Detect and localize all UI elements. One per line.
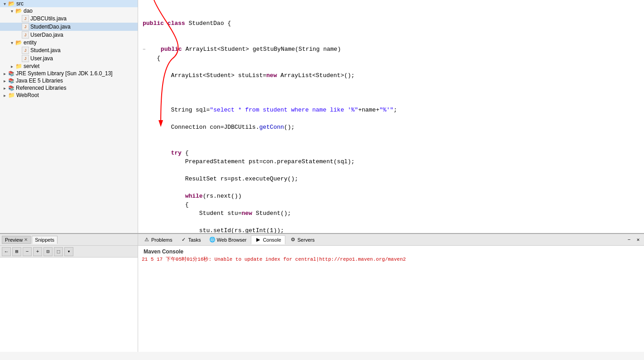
sidebar-item-Student[interactable]: JStudent.java [0,46,138,54]
code-line: { [143,54,397,63]
console-tabs-bar: ⚠Problems✓Tasks🌐Web Browser▶Console⚙Serv… [138,234,644,246]
console-tab-problems[interactable]: ⚠Problems [140,236,176,244]
console-tab-icon: 🌐 [209,237,216,243]
sidebar-item-label: Referenced Libraries [16,85,66,91]
sidebar-item-JavaEE[interactable]: ▸📚Java EE 5 Libraries [0,77,138,84]
sidebar-item-entity[interactable]: ▾📂entity [0,39,138,46]
code-line [143,36,397,45]
toolbar-expand-btn[interactable]: ⬚ [54,247,63,256]
sidebar-item-dao[interactable]: ▾📂dao [0,7,138,15]
sidebar-item-label: WebRoot [16,92,39,98]
toolbar-zoom-out-btn[interactable]: − [23,247,32,256]
preview-tabs: Preview ✕ Snippets [0,234,138,246]
toolbar-back-btn[interactable]: ← [2,247,11,256]
sidebar-item-UserDao[interactable]: JUserDao.java [0,31,138,39]
sidebar-item-label: JDBCUtils.java [30,15,67,22]
console-tab-web-browser[interactable]: 🌐Web Browser [206,236,250,244]
preview-tab-close[interactable]: ✕ [24,237,28,242]
sidebar-item-RefLibs[interactable]: ▸📚Referenced Libraries [0,84,138,92]
console-tab-icon: ▶ [255,237,261,243]
tree-arrow-icon: ▾ [9,40,14,45]
preview-content [0,258,138,352]
console-content: Maven Console 21 5 17 下午05时01分16秒: Unabl… [138,246,644,352]
sidebar-item-StudentDao[interactable]: JStudentDao.java [0,23,138,31]
code-line [143,183,397,192]
tree-arrow-icon: ▾ [9,8,14,14]
lib-icon: 📚 [8,71,14,77]
snippets-tab[interactable]: Snippets [32,236,58,244]
editor-area[interactable]: public class StudentDao { − public Array… [138,0,644,233]
code-line: ResultSet rs=pst.executeQuery(); [143,175,397,183]
code-line: try { [143,149,397,157]
code-line [143,28,397,36]
code-container: public class StudentDao { − public Array… [138,0,644,233]
folder-icon: 📂 [15,8,22,14]
tree-arrow-icon: ▸ [2,71,7,76]
console-tab-console[interactable]: ▶Console [251,235,285,244]
sidebar-item-WebRoot[interactable]: ▸📁WebRoot [0,92,138,99]
preview-tab[interactable]: Preview ✕ [2,236,31,244]
sidebar: ▾📂src▾📂daoJJDBCUtils.javaJStudentDao.jav… [0,0,138,233]
console-text: 21 5 17 下午05时01分16秒: Unable to update in… [142,256,640,263]
console-tab-label: Console [263,237,281,243]
lib-icon: 📚 [8,78,14,84]
code-line: − public ArrayList<Student> getStuByName… [143,45,397,54]
sidebar-item-User[interactable]: JUser.java [0,54,138,63]
tree-arrow-icon: ▸ [2,85,7,91]
code-line [143,63,397,71]
code-line: while(rs.next()) [143,192,397,200]
sidebar-item-JDBCUtils[interactable]: JJDBCUtils.java [0,15,138,23]
sidebar-item-label: StudentDao.java [30,24,71,30]
console-tab-label: Web Browser [217,237,247,243]
sidebar-item-label: src [16,0,24,7]
code-line: ArrayList<Student> stuList=new ArrayList… [143,71,397,80]
preview-tab-label: Preview [5,237,23,243]
console-tab-label: Tasks [188,237,201,243]
preview-panel: Preview ✕ Snippets ← ⊞ − + ⊡ ⬚ ▾ [0,234,138,352]
console-minimize-button[interactable]: − [625,236,633,244]
folder-icon: 📁 [15,63,22,69]
code-line: stu.setId(rs.getInt(1)); [143,226,397,233]
tree-arrow-icon: ▸ [2,92,7,98]
sidebar-item-servlet[interactable]: ▸📁servlet [0,63,138,70]
folder-icon: 📂 [15,39,22,46]
java-file-icon: J [22,31,29,39]
toolbar-fit-btn[interactable]: ⊡ [43,247,53,256]
bottom-top: Preview ✕ Snippets ← ⊞ − + ⊡ ⬚ ▾ ⚠Proble [0,234,644,352]
collapse-marker[interactable]: − [143,47,146,52]
lib-icon: 📚 [8,85,14,91]
code-line [143,166,397,175]
toolbar-refresh-btn[interactable]: ⊞ [12,247,21,256]
console-tab-tasks[interactable]: ✓Tasks [177,236,204,244]
code-line: PreparedStatement pst=con.prepareStateme… [143,157,397,166]
snippets-tab-label: Snippets [35,237,54,243]
console-tab-icon: ✓ [180,237,187,243]
console-tab-label: Problems [151,237,172,243]
code-line [143,131,397,140]
sidebar-item-label: entity [24,39,37,46]
toolbar-more-btn[interactable]: ▾ [64,247,73,256]
console-close-button[interactable]: ✕ [634,236,642,244]
sidebar-item-src[interactable]: ▾📂src [0,0,138,7]
sidebar-item-JRE[interactable]: ▸📚JRE System Library [Sun JDK 1.6.0_13] [0,70,138,77]
sidebar-item-label: servlet [24,63,39,69]
bottom-panel: Preview ✕ Snippets ← ⊞ − + ⊡ ⬚ ▾ ⚠Proble [0,233,644,360]
sidebar-item-label: UserDao.java [30,32,63,38]
tree-arrow-icon: ▸ [9,63,14,69]
sidebar-item-label: User.java [30,55,53,62]
console-tab-label: Servers [298,237,315,243]
console-tab-servers[interactable]: ⚙Servers [286,236,318,244]
toolbar-zoom-in-btn[interactable]: + [33,247,42,256]
folder-icon: 📁 [8,92,15,98]
tree-arrow-icon: ▾ [2,1,7,6]
java-file-icon: J [22,15,29,22]
code-line: Student stu=new Student(); [143,209,397,218]
sidebar-item-label: Java EE 5 Libraries [16,78,63,84]
code-line [143,114,397,123]
code-content: public class StudentDao { − public Array… [138,0,397,233]
console-title: Maven Console [142,248,640,256]
code-line [143,80,397,88]
code-line: String sql="select * from student where … [143,106,397,114]
java-file-icon: J [22,23,29,30]
sidebar-item-label: JRE System Library [Sun JDK 1.6.0_13] [16,70,112,77]
